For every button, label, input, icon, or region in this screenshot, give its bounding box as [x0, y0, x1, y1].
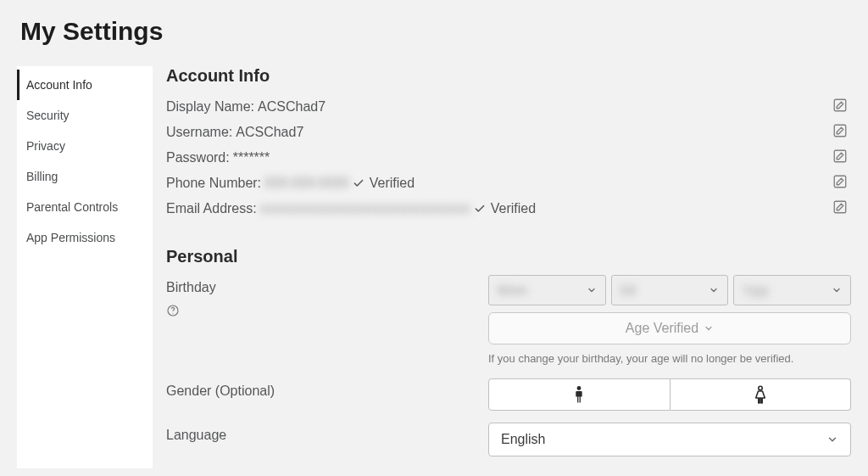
- edit-display-name-button[interactable]: [832, 98, 848, 113]
- phone-label: Phone Number:: [166, 176, 261, 191]
- pencil-icon: [832, 148, 848, 164]
- gender-toggle-group: [488, 378, 851, 411]
- age-verified-label: Age Verified: [626, 321, 698, 336]
- birthday-help-button[interactable]: [166, 304, 180, 317]
- age-verified-button[interactable]: Age Verified: [488, 312, 851, 344]
- svg-rect-2: [834, 150, 846, 162]
- display-name-row: Display Name: ACSChad7: [166, 94, 851, 120]
- email-row: Email Address: xxxxxxxxxxxxxxxxxxxxxxxxx…: [166, 196, 851, 221]
- pencil-icon: [832, 199, 848, 215]
- settings-main: Account Info Display Name: ACSChad7 User…: [153, 66, 851, 468]
- email-label: Email Address:: [166, 201, 257, 216]
- personal-heading: Personal: [166, 247, 851, 266]
- phone-row: Phone Number: 000-000-0000 Verified: [166, 171, 851, 196]
- sidebar-item-parental-controls[interactable]: Parental Controls: [19, 192, 153, 222]
- gender-row: Gender (Optional): [166, 378, 851, 411]
- svg-rect-0: [834, 99, 846, 111]
- birthday-month-value: Mmm: [498, 283, 527, 297]
- svg-rect-1: [834, 125, 846, 137]
- male-icon: [572, 385, 586, 404]
- birthday-hint: If you change your birthday, your age wi…: [488, 351, 851, 367]
- pencil-icon: [832, 174, 848, 189]
- phone-verified-badge: Verified: [353, 176, 415, 191]
- birthday-day-select[interactable]: Dd: [611, 275, 729, 305]
- sidebar-item-privacy[interactable]: Privacy: [19, 131, 153, 161]
- edit-phone-button[interactable]: [832, 174, 848, 189]
- phone-value: 000-000-0000: [264, 176, 349, 191]
- email-verified-text: Verified: [491, 201, 536, 216]
- chevron-down-icon: [704, 323, 714, 333]
- pencil-icon: [832, 98, 848, 113]
- edit-password-button[interactable]: [832, 148, 848, 164]
- question-circle-icon: [166, 304, 180, 317]
- checkmark-icon: [353, 177, 364, 189]
- pencil-icon: [832, 123, 848, 138]
- birthday-label: Birthday: [166, 280, 488, 295]
- phone-verified-text: Verified: [370, 176, 415, 191]
- sidebar-item-security[interactable]: Security: [19, 100, 153, 131]
- birthday-year-value: Yyyy: [743, 283, 768, 297]
- svg-point-8: [759, 386, 762, 389]
- birthday-year-select[interactable]: Yyyy: [733, 275, 851, 305]
- password-row: Password: *******: [166, 145, 851, 171]
- password-value: *******: [233, 150, 270, 165]
- sidebar-item-account-info[interactable]: Account Info: [17, 70, 153, 100]
- language-value: English: [501, 432, 545, 447]
- female-icon: [753, 385, 768, 404]
- svg-point-6: [172, 313, 173, 314]
- birthday-day-value: Dd: [620, 283, 636, 297]
- username-row: Username: ACSChad7: [166, 120, 851, 145]
- gender-female-button[interactable]: [670, 378, 852, 411]
- page-title: My Settings: [0, 0, 868, 54]
- edit-email-button[interactable]: [832, 199, 848, 215]
- password-label: Password:: [166, 150, 230, 165]
- chevron-down-icon: [709, 285, 719, 295]
- chevron-down-icon: [587, 285, 597, 295]
- svg-rect-3: [834, 176, 846, 188]
- svg-point-7: [577, 386, 581, 390]
- username-label: Username:: [166, 125, 232, 140]
- checkmark-icon: [474, 203, 486, 215]
- email-verified-badge: Verified: [474, 201, 536, 216]
- language-label: Language: [166, 428, 488, 443]
- edit-username-button[interactable]: [832, 123, 848, 138]
- display-name-label: Display Name:: [166, 99, 254, 115]
- language-select[interactable]: English: [488, 423, 851, 456]
- chevron-down-icon: [826, 434, 838, 445]
- sidebar-item-app-permissions[interactable]: App Permissions: [19, 222, 153, 253]
- svg-rect-4: [834, 201, 846, 213]
- chevron-down-icon: [832, 285, 842, 295]
- language-row: Language English: [166, 423, 851, 456]
- birthday-row: Birthday Mmm Dd: [166, 275, 851, 367]
- account-info-heading: Account Info: [166, 66, 851, 86]
- username-value: ACSChad7: [236, 125, 303, 140]
- settings-sidebar: Account Info Security Privacy Billing Pa…: [17, 66, 153, 468]
- birthday-month-select[interactable]: Mmm: [488, 275, 606, 305]
- email-value: xxxxxxxxxxxxxxxxxxxxxxxxxxxxxxx: [260, 201, 470, 216]
- sidebar-item-billing[interactable]: Billing: [19, 161, 153, 192]
- gender-male-button[interactable]: [488, 378, 670, 411]
- display-name-value: ACSChad7: [258, 99, 326, 115]
- gender-label: Gender (Optional): [166, 384, 488, 399]
